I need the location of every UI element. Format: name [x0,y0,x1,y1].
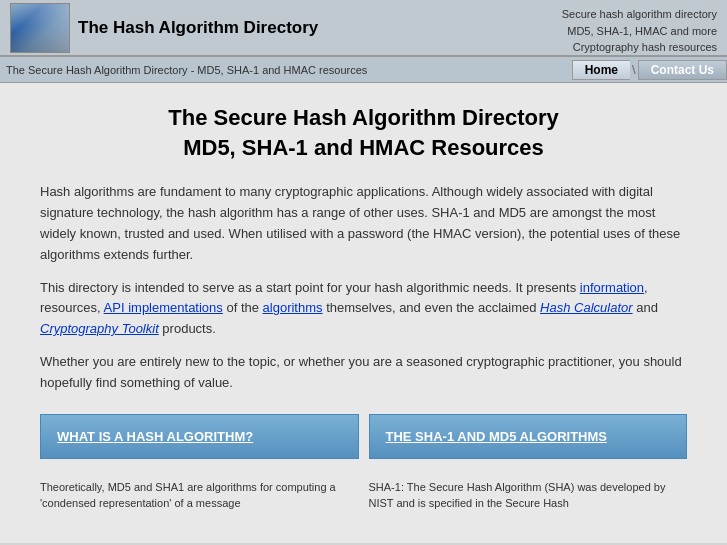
directory-paragraph: This directory is intended to serve as a… [40,278,687,340]
header-title: The Hash Algorithm Directory [78,18,318,38]
closing-paragraph: Whether you are entirely new to the topi… [40,352,687,394]
information-link[interactable]: information [580,280,644,295]
hash-calculator-link[interactable]: Hash Calculator [540,300,633,315]
crypto-toolkit-link[interactable]: Cryptography Toolkit [40,321,159,336]
sha1-md5-title[interactable]: THE SHA-1 AND MD5 ALGORITHMS [386,429,607,444]
header-logo-image [10,3,70,53]
bottom-col-1: Theoretically, MD5 and SHA1 are algorith… [40,479,359,512]
main-content: The Secure Hash Algorithm Directory MD5,… [0,83,727,543]
nav-home-link[interactable]: Home [572,60,630,80]
navbar-links: Home \ Contact Us [572,60,727,80]
api-link[interactable]: API implementations [104,300,223,315]
algorithms-link[interactable]: algorithms [263,300,323,315]
dir-text-end: products. [159,321,216,336]
header-right-line2: MD5, SHA-1, HMAC and more [562,23,717,40]
nav-contact-link[interactable]: Contact Us [638,60,727,80]
page-heading: The Secure Hash Algorithm Directory MD5,… [40,103,687,162]
dir-text-mid2: of the [223,300,263,315]
breadcrumb: The Secure Hash Algorithm Directory - MD… [0,64,572,76]
blue-boxes: WHAT IS A HASH ALGORITHM? THE SHA-1 AND … [40,414,687,459]
nav-separator: \ [630,62,638,77]
header-right-line1: Secure hash algorithm directory [562,6,717,23]
page-title: The Secure Hash Algorithm Directory MD5,… [40,103,687,162]
bottom-columns: Theoretically, MD5 and SHA1 are algorith… [40,479,687,512]
header-right: Secure hash algorithm directory MD5, SHA… [552,0,727,55]
header: The Hash Algorithm Directory Secure hash… [0,0,727,57]
what-is-hash-title[interactable]: WHAT IS A HASH ALGORITHM? [57,429,253,444]
bottom-col-2: SHA-1: The Secure Hash Algorithm (SHA) w… [369,479,688,512]
header-logo-area: The Hash Algorithm Directory [0,0,552,55]
dir-text-mid4: and [633,300,658,315]
intro-paragraph: Hash algorithms are fundament to many cr… [40,182,687,265]
dir-text-mid3: themselves, and even the acclaimed [323,300,541,315]
header-right-line3: Cryptography hash resources [562,39,717,56]
dir-text-before: This directory is intended to serve as a… [40,280,580,295]
what-is-hash-box[interactable]: WHAT IS A HASH ALGORITHM? [40,414,359,459]
sha1-md5-box[interactable]: THE SHA-1 AND MD5 ALGORITHMS [369,414,688,459]
navbar: The Secure Hash Algorithm Directory - MD… [0,57,727,83]
